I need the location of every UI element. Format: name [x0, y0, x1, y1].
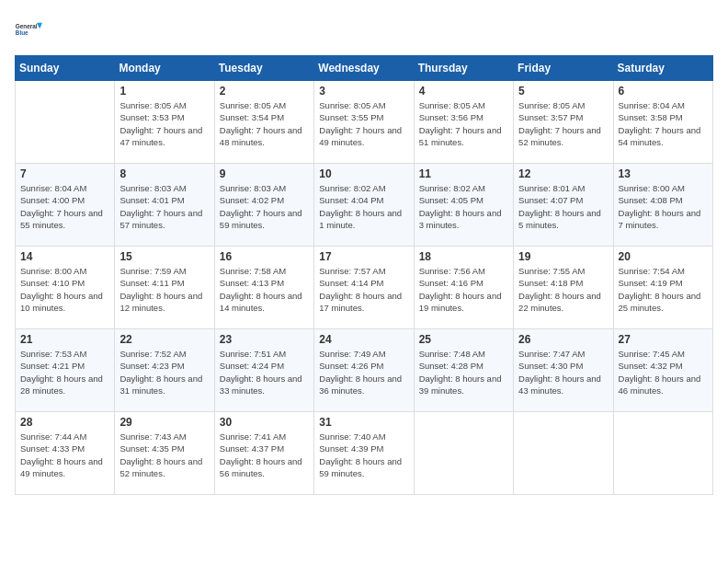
cell-content: Sunrise: 7:49 AMSunset: 4:26 PMDaylight:… [319, 348, 408, 396]
cell-content: Sunrise: 7:51 AMSunset: 4:24 PMDaylight:… [220, 348, 309, 396]
day-number: 9 [220, 167, 309, 180]
calendar-cell: 15Sunrise: 7:59 AMSunset: 4:11 PMDayligh… [115, 247, 214, 329]
day-number: 21 [20, 333, 109, 346]
day-number: 16 [220, 250, 309, 263]
cell-content: Sunrise: 8:00 AMSunset: 4:08 PMDaylight:… [619, 182, 708, 231]
day-number: 24 [319, 333, 408, 346]
cell-content: Sunrise: 8:05 AMSunset: 3:55 PMDaylight:… [319, 99, 408, 148]
day-number: 7 [20, 167, 109, 180]
svg-text:General: General [16, 23, 38, 29]
calendar-week-5: 28Sunrise: 7:44 AMSunset: 4:33 PMDayligh… [16, 412, 713, 495]
calendar-cell [414, 412, 513, 495]
cell-content: Sunrise: 8:02 AMSunset: 4:05 PMDaylight:… [419, 182, 508, 231]
calendar-table: SundayMondayTuesdayWednesdayThursdayFrid… [15, 55, 713, 495]
day-header-sunday: Sunday [16, 56, 115, 81]
calendar-cell: 6Sunrise: 8:04 AMSunset: 3:58 PMDaylight… [613, 81, 712, 164]
svg-text:Blue: Blue [16, 29, 28, 36]
day-header-monday: Monday [115, 56, 214, 81]
calendar-cell: 25Sunrise: 7:48 AMSunset: 4:28 PMDayligh… [414, 329, 513, 412]
day-header-friday: Friday [514, 56, 613, 81]
calendar-cell: 19Sunrise: 7:55 AMSunset: 4:18 PMDayligh… [514, 247, 613, 329]
calendar-cell: 8Sunrise: 8:03 AMSunset: 4:01 PMDaylight… [115, 164, 214, 247]
calendar-cell: 3Sunrise: 8:05 AMSunset: 3:55 PMDaylight… [314, 81, 414, 164]
calendar-cell [514, 412, 613, 495]
day-number: 18 [419, 250, 508, 263]
day-number: 1 [119, 85, 209, 98]
cell-content: Sunrise: 8:04 AMSunset: 4:00 PMDaylight:… [20, 182, 109, 231]
day-number: 25 [419, 333, 508, 346]
calendar-week-3: 14Sunrise: 8:00 AMSunset: 4:10 PMDayligh… [16, 247, 713, 329]
calendar-cell: 9Sunrise: 8:03 AMSunset: 4:02 PMDaylight… [214, 164, 313, 247]
day-number: 30 [220, 416, 309, 429]
calendar-cell: 13Sunrise: 8:00 AMSunset: 4:08 PMDayligh… [613, 164, 712, 247]
cell-content: Sunrise: 7:44 AMSunset: 4:33 PMDaylight:… [20, 431, 109, 479]
calendar-cell: 28Sunrise: 7:44 AMSunset: 4:33 PMDayligh… [16, 412, 115, 495]
cell-content: Sunrise: 7:41 AMSunset: 4:37 PMDaylight:… [220, 431, 309, 479]
cell-content: Sunrise: 8:04 AMSunset: 3:58 PMDaylight:… [619, 99, 708, 148]
calendar-cell: 1Sunrise: 8:05 AMSunset: 3:53 PMDaylight… [115, 81, 214, 164]
calendar-cell: 17Sunrise: 7:57 AMSunset: 4:14 PMDayligh… [314, 247, 414, 329]
calendar-cell: 10Sunrise: 8:02 AMSunset: 4:04 PMDayligh… [314, 164, 414, 247]
day-header-thursday: Thursday [414, 56, 513, 81]
calendar-cell: 26Sunrise: 7:47 AMSunset: 4:30 PMDayligh… [514, 329, 613, 412]
cell-content: Sunrise: 7:45 AMSunset: 4:32 PMDaylight:… [619, 348, 708, 396]
calendar-cell [613, 412, 712, 495]
day-number: 29 [119, 416, 209, 429]
calendar-cell: 7Sunrise: 8:04 AMSunset: 4:00 PMDaylight… [16, 164, 115, 247]
calendar-cell: 29Sunrise: 7:43 AMSunset: 4:35 PMDayligh… [115, 412, 214, 495]
day-number: 27 [619, 333, 708, 346]
day-number: 6 [619, 85, 708, 98]
day-number: 11 [419, 167, 508, 180]
cell-content: Sunrise: 7:40 AMSunset: 4:39 PMDaylight:… [319, 431, 408, 479]
calendar-cell: 11Sunrise: 8:02 AMSunset: 4:05 PMDayligh… [414, 164, 513, 247]
day-header-saturday: Saturday [613, 56, 712, 81]
day-number: 2 [220, 85, 309, 98]
cell-content: Sunrise: 8:02 AMSunset: 4:04 PMDaylight:… [319, 182, 408, 231]
cell-content: Sunrise: 7:53 AMSunset: 4:21 PMDaylight:… [20, 348, 109, 396]
day-number: 3 [319, 85, 408, 98]
cell-content: Sunrise: 8:05 AMSunset: 3:54 PMDaylight:… [220, 99, 309, 148]
calendar-cell: 14Sunrise: 8:00 AMSunset: 4:10 PMDayligh… [16, 247, 115, 329]
cell-content: Sunrise: 7:54 AMSunset: 4:19 PMDaylight:… [619, 265, 708, 314]
calendar-cell: 24Sunrise: 7:49 AMSunset: 4:26 PMDayligh… [314, 329, 414, 412]
cell-content: Sunrise: 7:58 AMSunset: 4:13 PMDaylight:… [220, 265, 309, 314]
calendar-week-1: 1Sunrise: 8:05 AMSunset: 3:53 PMDaylight… [16, 81, 713, 164]
logo-icon: GeneralBlue [15, 15, 44, 44]
calendar-cell: 5Sunrise: 8:05 AMSunset: 3:57 PMDaylight… [514, 81, 613, 164]
calendar-cell: 30Sunrise: 7:41 AMSunset: 4:37 PMDayligh… [214, 412, 313, 495]
day-number: 28 [20, 416, 109, 429]
calendar-cell: 18Sunrise: 7:56 AMSunset: 4:16 PMDayligh… [414, 247, 513, 329]
day-number: 19 [518, 250, 608, 263]
page-header: GeneralBlue [15, 15, 713, 44]
day-number: 10 [319, 167, 408, 180]
cell-content: Sunrise: 8:05 AMSunset: 3:53 PMDaylight:… [119, 99, 209, 148]
day-number: 17 [319, 250, 408, 263]
cell-content: Sunrise: 8:03 AMSunset: 4:01 PMDaylight:… [119, 182, 209, 231]
calendar-cell: 27Sunrise: 7:45 AMSunset: 4:32 PMDayligh… [613, 329, 712, 412]
day-number: 23 [220, 333, 309, 346]
calendar-week-2: 7Sunrise: 8:04 AMSunset: 4:00 PMDaylight… [16, 164, 713, 247]
day-header-wednesday: Wednesday [314, 56, 414, 81]
day-number: 5 [518, 85, 608, 98]
day-number: 15 [119, 250, 209, 263]
day-number: 12 [518, 167, 608, 180]
calendar-cell: 21Sunrise: 7:53 AMSunset: 4:21 PMDayligh… [16, 329, 115, 412]
cell-content: Sunrise: 7:52 AMSunset: 4:23 PMDaylight:… [119, 348, 209, 396]
cell-content: Sunrise: 7:47 AMSunset: 4:30 PMDaylight:… [518, 348, 608, 396]
day-number: 31 [319, 416, 408, 429]
calendar-cell: 16Sunrise: 7:58 AMSunset: 4:13 PMDayligh… [214, 247, 313, 329]
day-header-tuesday: Tuesday [214, 56, 313, 81]
cell-content: Sunrise: 8:03 AMSunset: 4:02 PMDaylight:… [220, 182, 309, 231]
svg-marker-2 [37, 23, 42, 29]
calendar-week-4: 21Sunrise: 7:53 AMSunset: 4:21 PMDayligh… [16, 329, 713, 412]
cell-content: Sunrise: 7:59 AMSunset: 4:11 PMDaylight:… [119, 265, 209, 314]
day-number: 26 [518, 333, 608, 346]
cell-content: Sunrise: 7:55 AMSunset: 4:18 PMDaylight:… [518, 265, 608, 314]
day-number: 13 [619, 167, 708, 180]
cell-content: Sunrise: 8:01 AMSunset: 4:07 PMDaylight:… [518, 182, 608, 231]
calendar-cell [16, 81, 115, 164]
calendar-cell: 23Sunrise: 7:51 AMSunset: 4:24 PMDayligh… [214, 329, 313, 412]
day-number: 4 [419, 85, 508, 98]
cell-content: Sunrise: 7:56 AMSunset: 4:16 PMDaylight:… [419, 265, 508, 314]
calendar-cell: 20Sunrise: 7:54 AMSunset: 4:19 PMDayligh… [613, 247, 712, 329]
